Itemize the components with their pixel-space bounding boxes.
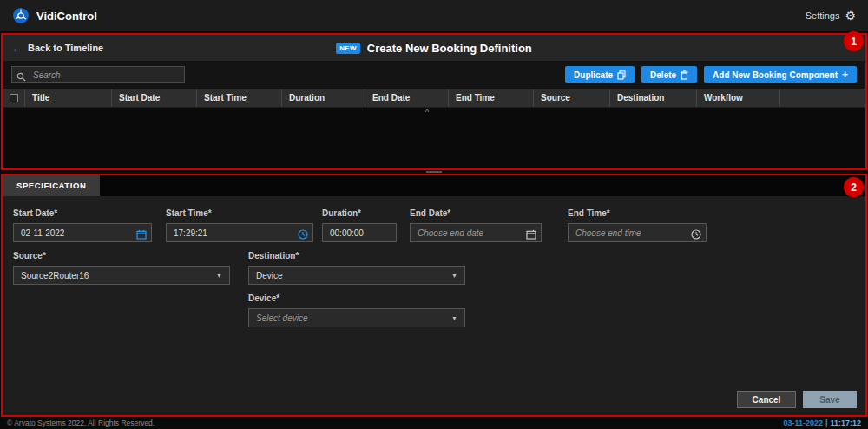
duration-field: Duration* [322, 208, 397, 242]
destination-label: Destination* [248, 251, 465, 261]
column-header-destination[interactable]: Destination [610, 89, 697, 107]
device-label: Device* [248, 294, 465, 303]
duration-label: Duration* [322, 208, 397, 218]
source-label: Source* [13, 251, 230, 261]
list-toolbar: Duplicate Delete Add New Booking Co [3, 61, 865, 89]
delete-label: Delete [650, 70, 676, 80]
duplicate-button[interactable]: Duplicate [565, 66, 635, 83]
start-time-input[interactable] [166, 223, 313, 242]
duplicate-label: Duplicate [574, 70, 613, 80]
collapse-caret-icon[interactable]: ^ [425, 108, 429, 116]
copyright-text: © Arvato Systems 2022. All Rights Reserv… [7, 419, 155, 427]
new-badge: NEW [336, 43, 360, 54]
annotation-circle-1: 1 [844, 31, 864, 51]
booking-table-header: Title Start Date Start Time Duration End… [3, 89, 865, 108]
copy-icon [617, 70, 626, 80]
column-header-title[interactable]: Title [25, 89, 112, 107]
specification-form: Start Date* [3, 196, 865, 415]
cancel-button[interactable]: Cancel [737, 391, 796, 408]
back-to-timeline-link[interactable]: ← Back to Timeline [11, 43, 103, 54]
column-header-start-date[interactable]: Start Date [112, 89, 197, 107]
end-date-input[interactable] [410, 223, 542, 242]
end-date-field: End Date* [410, 208, 542, 242]
select-all-checkbox[interactable] [10, 94, 18, 102]
destination-dropdown[interactable]: Device ▼ [248, 266, 465, 285]
back-arrow-icon: ← [11, 43, 23, 54]
list-actions: Duplicate Delete Add New Booking Co [565, 66, 857, 83]
start-time-label: Start Time* [166, 208, 313, 218]
footer-separator: | [825, 419, 828, 427]
calendar-icon[interactable] [136, 228, 147, 243]
source-dropdown[interactable]: Source2Router16 ▼ [13, 266, 230, 285]
panel-title-group: NEW Create New Booking Definition [3, 35, 865, 61]
device-dropdown[interactable]: Select device ▼ [248, 308, 465, 327]
start-date-input[interactable] [13, 223, 152, 242]
end-time-input[interactable] [568, 223, 707, 242]
search-input[interactable] [11, 66, 185, 83]
booking-list-panel: ← Back to Timeline NEW Create New Bookin… [1, 33, 867, 170]
app-title: VidiControl [36, 10, 97, 23]
destination-value: Device [256, 271, 283, 280]
footer-datetime: 03-11-2022|11:17:12 [783, 419, 861, 427]
start-time-field: Start Time* [166, 208, 313, 242]
add-booking-component-button[interactable]: Add New Booking Component + [704, 66, 857, 83]
form-row-device: Device* Select device ▼ [13, 294, 855, 327]
panel-resize-handle[interactable] [426, 171, 442, 173]
clock-icon[interactable] [298, 228, 308, 243]
column-header-duration[interactable]: Duration [282, 89, 365, 107]
source-value: Source2Router16 [21, 271, 89, 280]
column-header-end-date[interactable]: End Date [365, 89, 449, 107]
column-header-end-time[interactable]: End Time [449, 89, 534, 107]
vidicontrol-logo-icon [12, 7, 30, 24]
tab-specification[interactable]: SPECIFICATION [3, 175, 100, 196]
column-header-workflow[interactable]: Workflow [697, 89, 780, 107]
panel-divider [0, 170, 868, 174]
page-title: Create New Booking Definition [367, 42, 532, 55]
save-button[interactable]: Save [803, 391, 857, 408]
destination-field: Destination* Device ▼ [248, 251, 465, 285]
end-time-label: End Time* [568, 208, 707, 218]
select-all-cell [3, 89, 25, 107]
end-date-label: End Date* [410, 208, 542, 218]
start-date-label: Start Date* [13, 208, 152, 218]
chevron-down-icon: ▼ [451, 315, 457, 321]
column-header-spacer [780, 89, 865, 107]
page: VidiControl Settings ⚙ ← Back to Timelin… [0, 0, 868, 429]
brand: VidiControl [12, 7, 97, 24]
delete-button[interactable]: Delete [641, 66, 697, 83]
column-header-source[interactable]: Source [534, 89, 610, 107]
trash-icon [681, 70, 688, 80]
footer: © Arvato Systems 2022. All Rights Reserv… [0, 417, 868, 429]
form-row-routing: Source* Source2Router16 ▼ Destination* D… [13, 251, 855, 285]
search-box [11, 66, 185, 84]
clock-icon[interactable] [691, 228, 701, 243]
chevron-down-icon: ▼ [451, 273, 457, 279]
start-date-field: Start Date* [13, 208, 152, 242]
source-field: Source* Source2Router16 ▼ [13, 251, 230, 285]
end-time-field: End Time* [568, 208, 707, 242]
specification-tabbar: SPECIFICATION [3, 175, 865, 196]
settings-button[interactable]: Settings ⚙ [806, 10, 856, 22]
form-buttons: Cancel Save [737, 391, 857, 408]
footer-date: 03-11-2022 [783, 419, 823, 427]
app-header: VidiControl Settings ⚙ [0, 0, 868, 31]
gear-icon: ⚙ [845, 10, 856, 22]
duration-input[interactable] [322, 223, 397, 242]
footer-time: 11:17:12 [830, 419, 861, 427]
annotation-circle-2: 2 [844, 177, 864, 197]
form-row-datetime: Start Date* [13, 208, 855, 242]
device-field: Device* Select device ▼ [248, 294, 465, 327]
column-header-start-time[interactable]: Start Time [197, 89, 282, 107]
empty-table-body: ^ [3, 108, 865, 168]
specification-panel: SPECIFICATION Start Date* [1, 174, 867, 417]
device-placeholder: Select device [256, 314, 307, 323]
add-booking-component-label: Add New Booking Component [713, 70, 838, 80]
plus-icon: + [842, 69, 848, 81]
calendar-icon[interactable] [526, 228, 536, 243]
settings-label: Settings [806, 10, 840, 21]
chevron-down-icon: ▼ [216, 273, 222, 279]
back-link-label: Back to Timeline [28, 43, 103, 53]
panel-subheader: ← Back to Timeline NEW Create New Bookin… [3, 35, 865, 61]
